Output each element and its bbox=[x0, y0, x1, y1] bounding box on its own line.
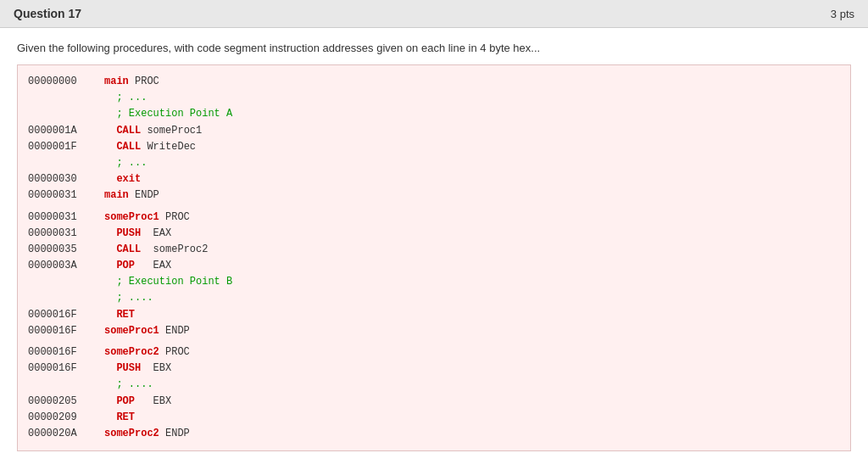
code-line: 00000031main ENDP bbox=[28, 187, 840, 204]
code-line: ; ... bbox=[28, 90, 840, 106]
code-line: 0000016FsomeProc2 PROC bbox=[28, 344, 840, 361]
code-line: 00000205 POP EBX bbox=[28, 394, 840, 410]
code-line: 0000016FsomeProc1 ENDP bbox=[28, 323, 840, 339]
content-area: Given the following procedures, with cod… bbox=[0, 28, 868, 453]
intro-text: Given the following procedures, with cod… bbox=[17, 42, 851, 54]
code-block: 00000000main PROC ; ... ; Execution Poin… bbox=[17, 64, 851, 451]
code-line: ; Execution Point A bbox=[28, 106, 840, 122]
code-line: 0000003A POP EAX bbox=[28, 258, 840, 274]
code-line: 00000035 CALL someProc2 bbox=[28, 242, 840, 258]
page: Question 17 3 pts Given the following pr… bbox=[0, 0, 868, 453]
question-points: 3 pts bbox=[831, 8, 854, 20]
code-line: ; Execution Point B bbox=[28, 274, 840, 290]
code-line: 00000031someProc1 PROC bbox=[28, 210, 840, 226]
code-line: 00000031 PUSH EAX bbox=[28, 226, 840, 242]
code-line: ; .... bbox=[28, 290, 840, 306]
code-line: 00000000main PROC bbox=[28, 74, 840, 90]
code-line: 00000209 RET bbox=[28, 410, 840, 426]
code-line: 0000016F PUSH EBX bbox=[28, 361, 840, 377]
code-line: 0000020AsomeProc2 ENDP bbox=[28, 426, 840, 442]
code-line: 0000001F CALL WriteDec bbox=[28, 139, 840, 155]
code-line: 0000016F RET bbox=[28, 307, 840, 323]
question-title: Question 17 bbox=[14, 7, 81, 20]
question-header: Question 17 3 pts bbox=[0, 0, 868, 28]
code-line: ; ... bbox=[28, 155, 840, 171]
code-line: 00000030 exit bbox=[28, 171, 840, 187]
code-line: 0000001A CALL someProc1 bbox=[28, 123, 840, 139]
code-line: ; .... bbox=[28, 377, 840, 393]
